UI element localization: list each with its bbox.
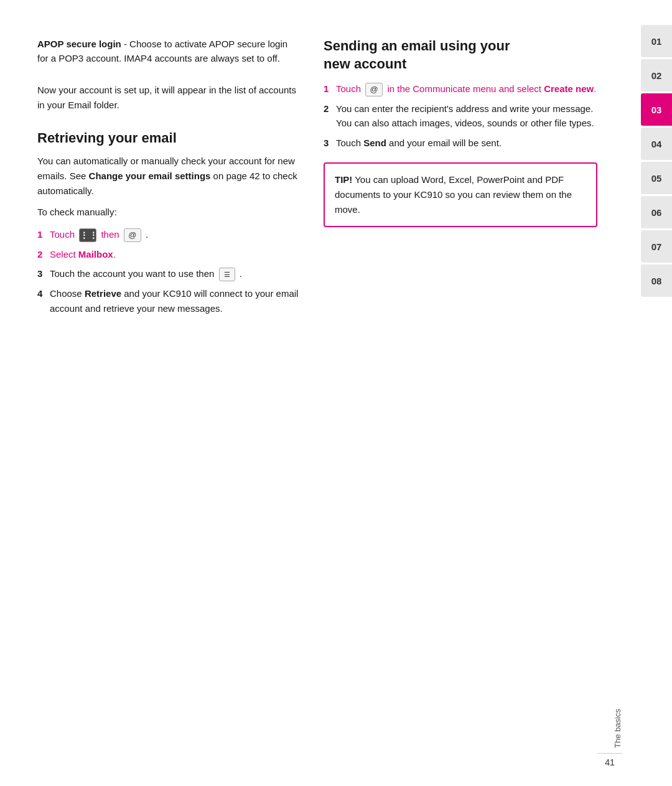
right-step-1-create-new: Create new [544, 83, 594, 94]
sidebar-tabs: 01 02 03 04 05 06 07 08 [635, 0, 672, 786]
tab-07[interactable]: 07 [641, 230, 672, 263]
step-2-content: Select Mailbox. [50, 247, 299, 261]
account-note: Now your account is set up, it will appe… [37, 83, 299, 113]
tab-05[interactable]: 05 [641, 162, 672, 194]
tip-box: TIP! You can upload Word, Excel, PowerPo… [324, 162, 597, 227]
right-step-1-number: 1 [324, 82, 336, 96]
tab-06[interactable]: 06 [641, 196, 672, 228]
sidebar-label: The basics [613, 709, 622, 748]
at-icon-right: @ [365, 83, 383, 96]
tab-01[interactable]: 01 [641, 25, 672, 57]
right-step-1-content: Touch @ in the Communicate menu and sele… [336, 82, 597, 96]
right-step-3-number: 3 [324, 136, 336, 150]
step-2-select: Select Mailbox. [50, 249, 116, 260]
page-container: APOP secure login - Choose to activate A… [0, 0, 672, 786]
tab-08[interactable]: 08 [641, 264, 672, 297]
right-step-3-send: Send [363, 138, 386, 148]
page-footer: The basics 41 [597, 709, 622, 767]
apop-title: APOP secure login [37, 39, 121, 49]
check-manually-label: To check manually: [37, 205, 299, 220]
step-2-number: 2 [37, 247, 50, 261]
step-4-number: 4 [37, 286, 50, 316]
right-heading-line1: Sending an email using your [324, 38, 510, 54]
steps-list: 1 Touch ⋮⋮ then @ . 2 Select Mailbox. [37, 227, 299, 316]
at-icon-left: @ [124, 228, 141, 242]
right-heading: Sending an email using your new account [324, 37, 597, 73]
apop-text: APOP secure login - Choose to activate A… [37, 37, 299, 65]
step-4-retrieve: Retrieve [85, 288, 121, 299]
retrieving-heading: Retrieving your email [37, 130, 299, 146]
apop-section: APOP secure login - Choose to activate A… [37, 37, 299, 65]
menu-icon: ☰ [219, 268, 235, 281]
step-3-number: 3 [37, 266, 50, 281]
step-1-number: 1 [37, 227, 50, 242]
right-step-1: 1 Touch @ in the Communicate menu and se… [324, 82, 597, 96]
step-3-content: Touch the account you want to use then ☰… [50, 266, 299, 281]
tip-label: TIP! [335, 174, 352, 185]
right-step-2-number: 2 [324, 101, 336, 131]
right-step-3: 3 Touch Send and your email will be sent… [324, 136, 597, 150]
tab-04[interactable]: 04 [641, 128, 672, 160]
right-step-1-touch: Touch [336, 83, 363, 94]
right-step-1-text: in the Communicate menu and select Creat… [387, 83, 596, 94]
step-2-mailbox: Mailbox [78, 249, 113, 260]
right-step-3-content: Touch Send and your email will be sent. [336, 136, 597, 150]
step-4: 4 Choose Retrieve and your KC910 will co… [37, 286, 299, 316]
right-step-2: 2 You can enter the recipient's address … [324, 101, 597, 131]
dots-icon: ⋮⋮ [79, 228, 96, 242]
step-1-then: then [101, 229, 121, 240]
step-1-touch: Touch [50, 229, 77, 240]
tab-02[interactable]: 02 [641, 59, 672, 91]
main-content: APOP secure login - Choose to activate A… [0, 0, 635, 786]
step-1-period: . [146, 229, 148, 240]
right-heading-line2: new account [324, 56, 406, 72]
step-3: 3 Touch the account you want to use then… [37, 266, 299, 281]
right-steps-list: 1 Touch @ in the Communicate menu and se… [324, 82, 597, 150]
tab-03[interactable]: 03 [641, 93, 672, 126]
page-number: 41 [597, 753, 622, 767]
right-step-2-content: You can enter the recipient's address an… [336, 101, 597, 131]
retrieving-bold: Change your email settings [89, 171, 211, 181]
step-2: 2 Select Mailbox. [37, 247, 299, 261]
step-1: 1 Touch ⋮⋮ then @ . [37, 227, 299, 242]
right-column: Sending an email using your new account … [324, 37, 597, 749]
step-1-content: Touch ⋮⋮ then @ . [50, 227, 299, 242]
step-4-content: Choose Retrieve and your KC910 will conn… [50, 286, 299, 316]
retrieving-desc: You can automatically or manually check … [37, 154, 299, 199]
left-column: APOP secure login - Choose to activate A… [37, 37, 299, 749]
tip-text: You can upload Word, Excel, PowerPoint a… [335, 174, 572, 215]
